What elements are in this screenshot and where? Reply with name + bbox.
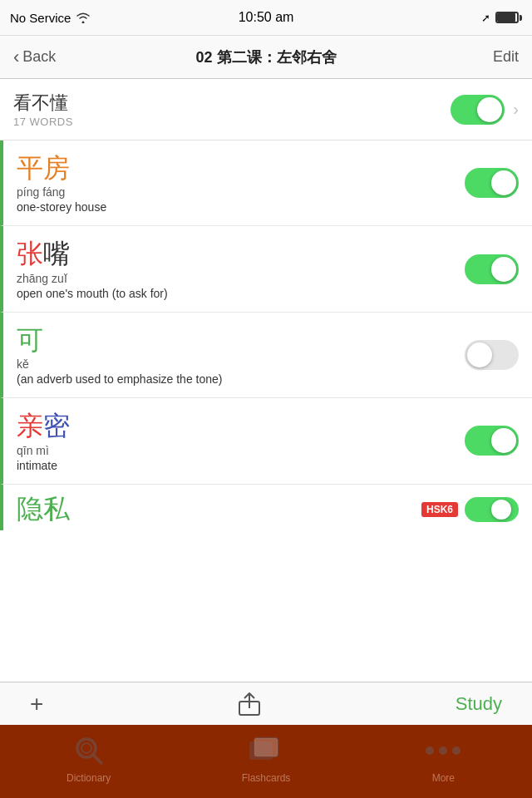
svg-point-10 bbox=[452, 746, 461, 755]
word-toggle[interactable] bbox=[465, 168, 519, 198]
wifi-icon bbox=[76, 12, 91, 23]
section-subtitle: 17 WORDS bbox=[13, 116, 451, 128]
tab-bar: Dictionary Flashcards More bbox=[0, 725, 532, 798]
location-icon: ➚ bbox=[481, 12, 490, 24]
main-content: 看不懂 17 WORDS › 平房 píng fáng one-storey h… bbox=[0, 79, 532, 682]
nav-bar: ‹ Back 02 第二课：左邻右舍 Edit bbox=[0, 36, 532, 79]
tab-more-label: More bbox=[432, 772, 455, 784]
word-pinyin: kě bbox=[17, 357, 465, 371]
back-chevron-icon: ‹ bbox=[13, 47, 19, 68]
section-chevron-icon: › bbox=[513, 100, 519, 119]
add-button[interactable]: + bbox=[30, 691, 43, 717]
word-chinese: 亲密 bbox=[17, 410, 465, 441]
hsk-badge: HSK6 bbox=[421, 502, 458, 517]
flashcards-icon bbox=[248, 735, 284, 766]
word-toggle[interactable] bbox=[465, 340, 519, 370]
tab-dictionary-label: Dictionary bbox=[66, 772, 111, 784]
study-button[interactable]: Study bbox=[456, 693, 502, 715]
word-pinyin: píng fáng bbox=[17, 185, 465, 199]
tab-flashcards-label: Flashcards bbox=[242, 772, 291, 784]
word-row-partial: 隐私 HSK6 bbox=[0, 485, 532, 530]
share-button[interactable] bbox=[239, 692, 260, 717]
word-toggle[interactable] bbox=[465, 497, 519, 522]
word-toggle[interactable] bbox=[465, 254, 519, 284]
word-chinese: 可 bbox=[17, 324, 465, 356]
share-icon bbox=[239, 692, 260, 717]
dictionary-icon bbox=[73, 735, 105, 766]
svg-point-4 bbox=[81, 743, 91, 753]
section-toggle[interactable] bbox=[451, 95, 505, 125]
no-service-text: No Service bbox=[10, 11, 71, 25]
back-button[interactable]: ‹ Back bbox=[13, 47, 56, 68]
tab-more[interactable]: More bbox=[393, 732, 493, 784]
edit-button[interactable]: Edit bbox=[493, 48, 519, 66]
word-row: 可 kě (an adverb used to emphasize the to… bbox=[0, 313, 532, 398]
status-time: 10:50 am bbox=[239, 10, 294, 25]
word-pinyin: zhāng zuǐ bbox=[17, 272, 465, 285]
word-definition: intimate bbox=[17, 459, 465, 472]
word-definition: one-storey house bbox=[17, 200, 465, 214]
word-chinese: 平房 bbox=[17, 152, 465, 184]
svg-point-9 bbox=[439, 746, 447, 755]
word-pinyin: qīn mì bbox=[17, 444, 465, 457]
status-right: ➚ bbox=[481, 12, 522, 24]
more-icon bbox=[425, 744, 461, 757]
tab-flashcards[interactable]: Flashcards bbox=[216, 732, 316, 784]
word-toggle[interactable] bbox=[465, 426, 519, 456]
svg-rect-7 bbox=[254, 738, 278, 756]
status-bar: No Service 10:50 am ➚ bbox=[0, 0, 532, 36]
svg-line-3 bbox=[93, 755, 101, 763]
word-chinese: 张嘴 bbox=[17, 238, 465, 269]
word-chinese: 隐私 bbox=[17, 493, 421, 525]
section-header: 看不懂 17 WORDS › bbox=[0, 79, 532, 140]
svg-point-8 bbox=[426, 746, 434, 755]
word-definition: (an adverb used to emphasize the tone) bbox=[17, 372, 465, 386]
nav-title: 02 第二课：左邻右舍 bbox=[195, 47, 336, 67]
battery-icon bbox=[495, 12, 522, 23]
status-left: No Service bbox=[10, 11, 91, 25]
toolbar: + Study bbox=[0, 682, 532, 725]
word-definition: open one's mouth (to ask for) bbox=[17, 287, 465, 300]
word-row: 张嘴 zhāng zuǐ open one's mouth (to ask fo… bbox=[0, 226, 532, 312]
word-row: 亲密 qīn mì intimate bbox=[0, 398, 532, 484]
tab-dictionary[interactable]: Dictionary bbox=[39, 732, 139, 784]
section-title: 看不懂 bbox=[13, 91, 451, 116]
word-row: 平房 píng fáng one-storey house bbox=[0, 140, 532, 226]
back-label: Back bbox=[22, 48, 56, 66]
